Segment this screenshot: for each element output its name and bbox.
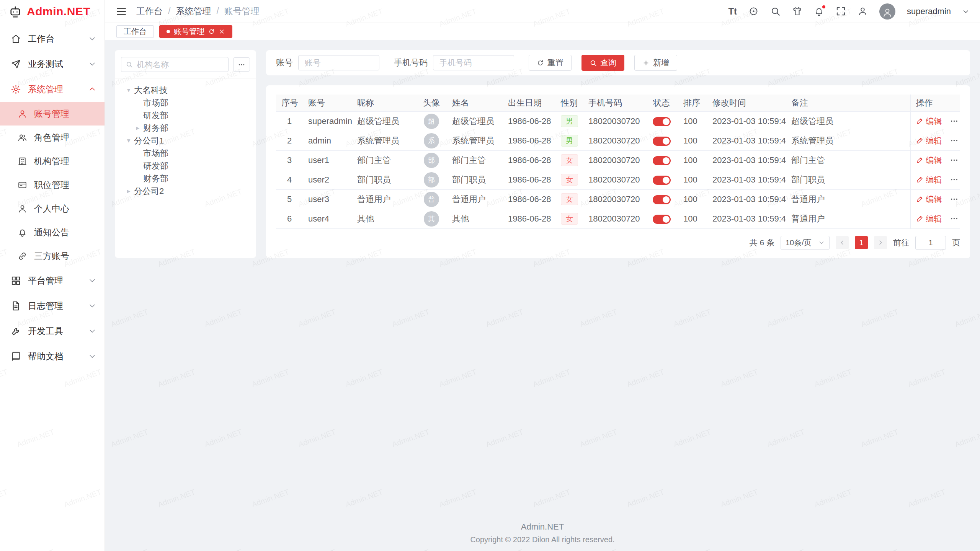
avatar[interactable] — [879, 3, 895, 20]
tree-node[interactable]: ▾大名科技 — [121, 84, 250, 96]
cell-status — [645, 150, 678, 170]
document-icon — [11, 301, 21, 311]
page-number-button[interactable]: 1 — [855, 236, 868, 249]
submenu-item-account-management[interactable]: 账号管理 — [0, 102, 105, 126]
column-header-modified: 修改时间 — [707, 95, 786, 111]
phone-input[interactable] — [433, 55, 514, 70]
tab-account-management[interactable]: 账号管理 — [159, 25, 232, 38]
cell-idx: 3 — [276, 150, 303, 170]
tree-node[interactable]: 财务部 — [121, 172, 250, 185]
row-avatar: 系 — [424, 133, 439, 148]
page-size-select[interactable]: 10条/页 — [781, 236, 830, 250]
chevron-down-icon[interactable] — [962, 8, 969, 15]
sidebar-item-help-docs[interactable]: 帮助文档 — [0, 344, 105, 369]
sidebar-item-platform-management[interactable]: 平台管理 — [0, 268, 105, 293]
cell-gender: 女 — [555, 150, 583, 170]
status-toggle[interactable] — [653, 156, 671, 165]
breadcrumb: 工作台 / 系统管理 / 账号管理 — [136, 5, 260, 17]
user-config-icon[interactable] — [858, 6, 868, 16]
edit-button[interactable]: 编辑 — [916, 116, 942, 127]
cell-name: 部门职员 — [447, 170, 503, 189]
submenu-item-thirdparty-account[interactable]: 三方账号 — [0, 244, 105, 268]
cell-ops: 编辑 — [910, 209, 960, 228]
refresh-icon[interactable] — [208, 28, 215, 35]
cell-birthday: 1986-06-28 — [503, 170, 555, 189]
hamburger-icon[interactable] — [116, 6, 127, 17]
tree-node[interactable]: ▸分公司2 — [121, 185, 250, 197]
row-more-icon[interactable] — [950, 156, 959, 165]
caret-icon[interactable]: ▸ — [123, 187, 134, 195]
submenu-item-position-management[interactable]: 职位管理 — [0, 173, 105, 197]
avatar-person-icon — [882, 7, 893, 18]
edit-button[interactable]: 编辑 — [916, 194, 942, 205]
cell-modified: 2023-01-03 10:59:44 — [707, 131, 786, 150]
tree-node[interactable]: ▸财务部 — [121, 122, 250, 134]
chevron-down-icon — [88, 277, 96, 284]
caret-icon[interactable]: ▾ — [123, 86, 134, 94]
circle-dot-icon[interactable] — [748, 6, 759, 16]
search-icon[interactable] — [770, 6, 781, 16]
table-header-row: 序号账号昵称头像姓名出生日期性别手机号码状态排序修改时间备注操作 — [276, 95, 960, 111]
status-toggle[interactable] — [653, 195, 671, 204]
edit-button[interactable]: 编辑 — [916, 214, 942, 224]
submenu-item-profile-center[interactable]: 个人中心 — [0, 197, 105, 220]
submenu-item-notice[interactable]: 通知公告 — [0, 220, 105, 244]
status-toggle[interactable] — [653, 117, 671, 126]
cell-ops: 编辑 — [910, 150, 960, 170]
column-header-avatar: 头像 — [416, 95, 447, 111]
cell-phone: 18020030720 — [583, 209, 645, 228]
account-input[interactable] — [298, 55, 379, 70]
row-more-icon[interactable] — [950, 117, 959, 126]
status-toggle[interactable] — [653, 176, 671, 185]
row-more-icon[interactable] — [950, 136, 959, 145]
edit-button[interactable]: 编辑 — [916, 174, 942, 185]
users-icon — [18, 133, 27, 142]
chevron-down-icon — [818, 240, 825, 246]
edit-button[interactable]: 编辑 — [916, 155, 942, 166]
edit-button[interactable]: 编辑 — [916, 135, 942, 146]
sidebar-item-system-management[interactable]: 系统管理 — [0, 77, 105, 102]
next-page-button[interactable] — [874, 236, 887, 249]
close-icon[interactable] — [219, 28, 225, 35]
add-button[interactable]: 新增 — [634, 55, 677, 71]
font-size-icon[interactable]: Tt — [728, 7, 737, 16]
tree-node[interactable]: 市场部 — [121, 147, 250, 160]
row-more-icon[interactable] — [950, 214, 959, 223]
reset-button[interactable]: 重置 — [529, 55, 572, 71]
query-button[interactable]: 查询 — [581, 55, 624, 71]
caret-icon[interactable]: ▸ — [132, 124, 143, 132]
submenu-item-org-management[interactable]: 机构管理 — [0, 149, 105, 173]
caret-icon[interactable]: ▾ — [123, 137, 134, 145]
breadcrumb-item[interactable]: 工作台 — [136, 5, 163, 17]
breadcrumb-item[interactable]: 系统管理 — [176, 5, 211, 17]
row-more-icon[interactable] — [950, 175, 959, 184]
tree-node[interactable]: 研发部 — [121, 109, 250, 122]
status-toggle[interactable] — [653, 215, 671, 224]
sidebar-item-dev-tools[interactable]: 开发工具 — [0, 318, 105, 344]
notification-bell[interactable] — [814, 6, 824, 16]
tree-node[interactable]: 市场部 — [121, 96, 250, 109]
sidebar-item-business-test[interactable]: 业务测试 — [0, 51, 105, 77]
cell-status — [645, 189, 678, 209]
username[interactable]: superadmin — [907, 7, 951, 16]
org-more-button[interactable] — [233, 57, 250, 72]
theme-icon[interactable] — [792, 6, 802, 16]
row-more-icon[interactable] — [950, 195, 959, 204]
sidebar-item-log-management[interactable]: 日志管理 — [0, 293, 105, 318]
cell-order: 100 — [678, 111, 707, 131]
tree-node[interactable]: ▾分公司1 — [121, 134, 250, 147]
tab-workbench[interactable]: 工作台 — [116, 25, 154, 38]
sidebar-item-workbench[interactable]: 工作台 — [0, 26, 105, 51]
submenu-item-role-management[interactable]: 角色管理 — [0, 126, 105, 149]
org-search-input[interactable] — [121, 57, 229, 72]
cell-idx: 4 — [276, 170, 303, 189]
fullscreen-icon[interactable] — [836, 6, 846, 16]
goto-page-input[interactable] — [915, 236, 946, 250]
table-row: 5user3普通用户普普通用户1986-06-28女18020030720100… — [276, 189, 960, 209]
status-toggle[interactable] — [653, 137, 671, 146]
cell-remark: 部门主管 — [786, 150, 910, 170]
book-icon — [11, 351, 21, 362]
cell-gender: 男 — [555, 131, 583, 150]
prev-page-button[interactable] — [836, 236, 849, 249]
tree-node[interactable]: 研发部 — [121, 160, 250, 172]
